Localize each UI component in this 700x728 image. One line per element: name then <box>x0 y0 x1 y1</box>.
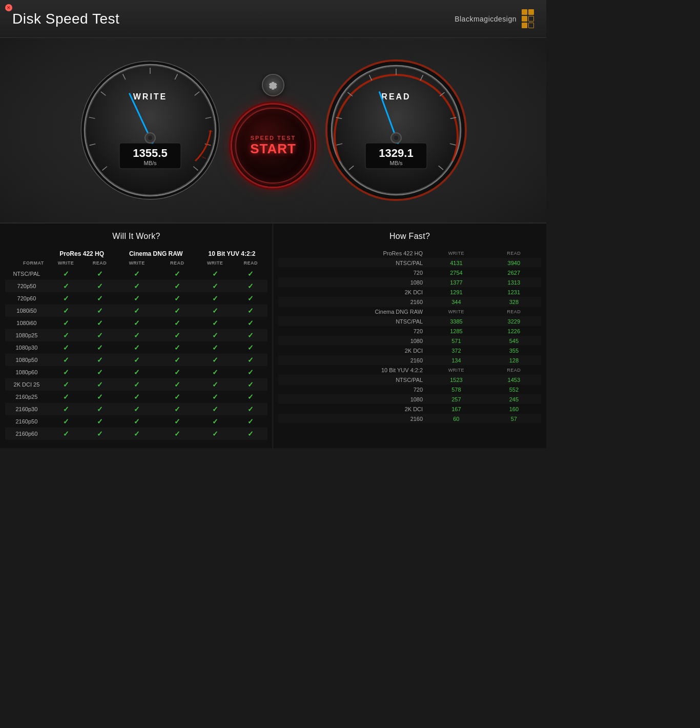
settings-button[interactable] <box>262 74 284 96</box>
check-icon: ✓ <box>248 405 254 413</box>
check-cell: ✓ <box>158 329 196 341</box>
fast-write-col-header: WRITE <box>426 365 487 375</box>
fast-read-col-header: READ <box>487 365 541 375</box>
check-cell: ✓ <box>234 280 267 292</box>
fast-read-value: 3229 <box>487 316 541 326</box>
fast-write-value: 167 <box>426 404 487 414</box>
check-cell: ✓ <box>48 366 84 378</box>
work-table-row: 2160p30✓✓✓✓✓✓ <box>5 403 267 415</box>
check-icon: ✓ <box>97 270 103 278</box>
fast-row-label: 720 <box>278 268 426 277</box>
work-table-row: NTSC/PAL✓✓✓✓✓✓ <box>5 268 267 280</box>
fast-write-value: 372 <box>426 346 487 355</box>
svg-text:WRITE: WRITE <box>133 92 168 101</box>
will-it-work-table: ProRes 422 HQ Cinema DNG RAW 10 Bit YUV … <box>5 248 267 440</box>
fast-row-label: 2160 <box>278 355 426 365</box>
fast-read-value: 160 <box>487 404 541 414</box>
check-icon: ✓ <box>134 356 140 364</box>
check-icon: ✓ <box>63 343 69 352</box>
check-cell: ✓ <box>84 403 115 415</box>
app-title: Disk Speed Test <box>12 11 119 27</box>
check-icon: ✓ <box>134 368 140 376</box>
check-icon: ✓ <box>174 282 180 290</box>
check-cell: ✓ <box>116 317 158 329</box>
check-cell: ✓ <box>158 378 196 391</box>
check-cell: ✓ <box>116 268 158 280</box>
check-icon: ✓ <box>97 380 103 389</box>
check-cell: ✓ <box>48 391 84 403</box>
fast-read-col-header: READ <box>487 307 541 316</box>
check-icon: ✓ <box>174 405 180 413</box>
check-icon: ✓ <box>212 380 218 389</box>
check-icon: ✓ <box>248 282 254 290</box>
work-row-label: 2160p25 <box>5 391 48 403</box>
check-cell: ✓ <box>234 268 267 280</box>
check-icon: ✓ <box>97 294 103 302</box>
fast-write-value: 134 <box>426 355 487 365</box>
check-icon: ✓ <box>212 343 218 352</box>
work-row-label: 2160p30 <box>5 403 48 415</box>
check-icon: ✓ <box>248 270 254 278</box>
check-cell: ✓ <box>234 354 267 366</box>
fast-write-value: 571 <box>426 336 487 346</box>
check-icon: ✓ <box>174 417 180 426</box>
check-icon: ✓ <box>174 319 180 327</box>
check-icon: ✓ <box>174 343 180 352</box>
check-cell: ✓ <box>116 280 158 292</box>
work-table-row: 1080p50✓✓✓✓✓✓ <box>5 354 267 366</box>
fast-row-label: 720 <box>278 326 426 336</box>
check-cell: ✓ <box>48 428 84 440</box>
work-table-row: 2160p25✓✓✓✓✓✓ <box>5 391 267 403</box>
check-icon: ✓ <box>63 380 69 389</box>
check-cell: ✓ <box>158 354 196 366</box>
check-cell: ✓ <box>116 378 158 391</box>
check-cell: ✓ <box>158 268 196 280</box>
check-cell: ✓ <box>84 378 115 391</box>
check-cell: ✓ <box>234 391 267 403</box>
fast-table-row: 2160 60 57 <box>278 414 541 423</box>
check-cell: ✓ <box>158 292 196 305</box>
check-icon: ✓ <box>134 319 140 327</box>
close-button[interactable]: ✕ <box>5 4 12 11</box>
check-cell: ✓ <box>234 329 267 341</box>
prores-header: ProRes 422 HQ <box>48 248 116 258</box>
check-icon: ✓ <box>174 356 180 364</box>
check-icon: ✓ <box>212 430 218 438</box>
check-icon: ✓ <box>248 331 254 339</box>
check-cell: ✓ <box>84 280 115 292</box>
check-icon: ✓ <box>248 356 254 364</box>
check-icon: ✓ <box>63 356 69 364</box>
work-row-label: 2160p50 <box>5 415 48 428</box>
check-cell: ✓ <box>196 354 234 366</box>
fast-table-row: 720 2754 2627 <box>278 268 541 277</box>
check-cell: ✓ <box>84 341 115 354</box>
fast-read-value: 355 <box>487 346 541 355</box>
check-cell: ✓ <box>116 428 158 440</box>
will-it-work-title: Will It Work? <box>5 232 267 241</box>
check-icon: ✓ <box>212 307 218 315</box>
work-row-label: 2K DCI 25 <box>5 378 48 391</box>
fast-write-value: 1285 <box>426 326 487 336</box>
check-cell: ✓ <box>158 403 196 415</box>
check-cell: ✓ <box>48 415 84 428</box>
fast-table-row: 2160 134 128 <box>278 355 541 365</box>
check-cell: ✓ <box>116 305 158 317</box>
speed-test-start-button[interactable]: SPEED TEST START <box>232 105 314 187</box>
fast-read-col-header: READ <box>487 248 541 258</box>
check-cell: ✓ <box>116 341 158 354</box>
check-icon: ✓ <box>63 307 69 315</box>
fast-table-row: 720 1285 1226 <box>278 326 541 336</box>
check-cell: ✓ <box>234 428 267 440</box>
check-cell: ✓ <box>158 280 196 292</box>
check-icon: ✓ <box>248 430 254 438</box>
fast-read-value: 1226 <box>487 326 541 336</box>
work-row-label: 2160p60 <box>5 428 48 440</box>
fast-write-col-header: WRITE <box>426 248 487 258</box>
check-icon: ✓ <box>134 417 140 426</box>
check-icon: ✓ <box>212 294 218 302</box>
check-cell: ✓ <box>196 280 234 292</box>
check-icon: ✓ <box>134 294 140 302</box>
will-it-work-panel: Will It Work? ProRes 422 HQ Cinema DNG R… <box>0 224 273 448</box>
check-cell: ✓ <box>48 280 84 292</box>
check-cell: ✓ <box>196 268 234 280</box>
